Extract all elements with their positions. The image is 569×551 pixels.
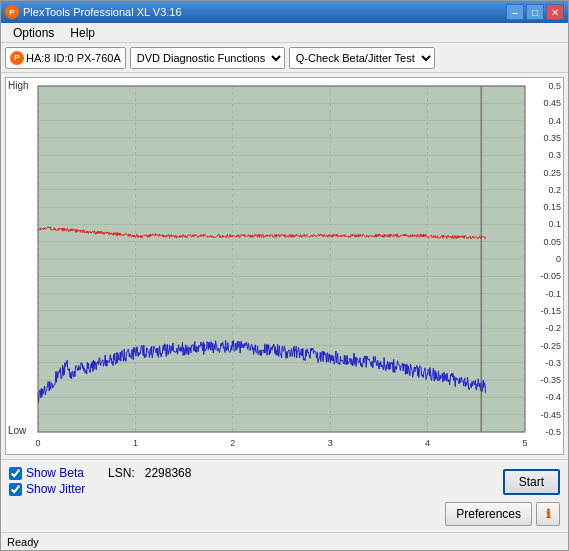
menu-help[interactable]: Help [62, 24, 103, 42]
show-jitter-checkbox[interactable] [9, 483, 22, 496]
chart-area: High Low [5, 77, 564, 455]
lsn-label: LSN: [108, 466, 135, 480]
info-button[interactable]: ℹ [536, 502, 560, 526]
bottom-controls: Show Beta LSN: 2298368 Show Jitter Start… [1, 459, 568, 532]
title-bar-left: P PlexTools Professional XL V3.16 [5, 5, 182, 19]
maximize-button[interactable]: □ [526, 4, 544, 20]
window-title: PlexTools Professional XL V3.16 [23, 6, 182, 18]
start-button[interactable]: Start [503, 469, 560, 495]
device-label: HA:8 ID:0 PX-760A [26, 52, 121, 64]
show-jitter-row: Show Jitter [9, 482, 85, 496]
menu-bar: Options Help [1, 23, 568, 43]
close-button[interactable]: ✕ [546, 4, 564, 20]
y-label-high: High [8, 80, 29, 91]
preferences-button[interactable]: Preferences [445, 502, 532, 526]
device-icon: P [10, 51, 24, 65]
show-beta-row: Show Beta LSN: 2298368 [9, 466, 191, 480]
y-label-low: Low [8, 425, 26, 436]
menu-options[interactable]: Options [5, 24, 62, 42]
show-jitter-label: Show Jitter [26, 482, 85, 496]
bottom-row2: Preferences ℹ [9, 502, 560, 526]
title-buttons: – □ ✕ [506, 4, 564, 20]
test-select[interactable]: Q-Check Beta/Jitter Test [289, 47, 435, 69]
app-icon: P [5, 5, 19, 19]
minimize-button[interactable]: – [506, 4, 524, 20]
toolbar: P HA:8 ID:0 PX-760A DVD Diagnostic Funct… [1, 43, 568, 73]
bottom-row1: Show Beta LSN: 2298368 Show Jitter Start [9, 466, 560, 498]
function-select[interactable]: DVD Diagnostic Functions [130, 47, 285, 69]
title-bar: P PlexTools Professional XL V3.16 – □ ✕ [1, 1, 568, 23]
main-window: P PlexTools Professional XL V3.16 – □ ✕ … [0, 0, 569, 551]
lsn-value: 2298368 [145, 466, 192, 480]
device-indicator: P HA:8 ID:0 PX-760A [5, 47, 126, 69]
chart-canvas [6, 78, 563, 454]
show-beta-label: Show Beta [26, 466, 84, 480]
status-text: Ready [7, 536, 39, 548]
show-beta-checkbox[interactable] [9, 467, 22, 480]
status-bar: Ready [1, 532, 568, 550]
